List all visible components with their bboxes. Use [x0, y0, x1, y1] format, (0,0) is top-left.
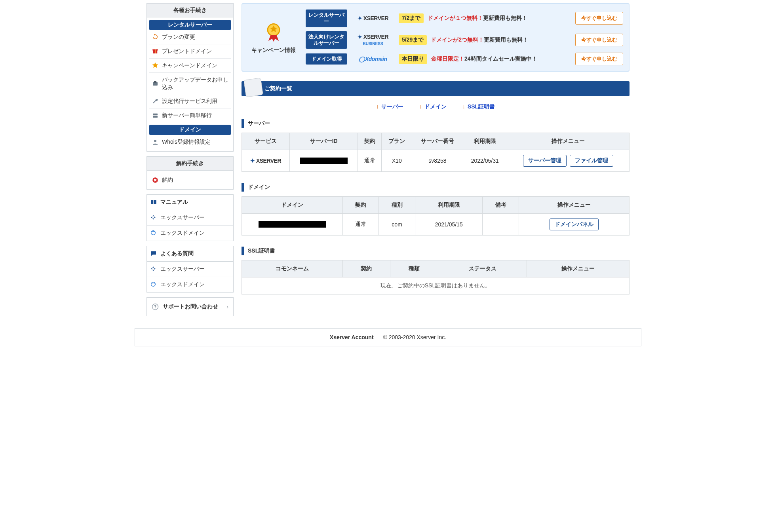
campaign-row: ドメイン取得 ◯Xdomain 本日限り 金曜日限定！24時間タイムセール実施中…: [306, 53, 623, 65]
svg-text:?: ?: [154, 304, 156, 309]
apply-button[interactable]: 今すぐ申し込む: [575, 34, 623, 46]
rental-server-menu: プランの変更 プレゼントドメイン キャンペーンドメイン: [149, 30, 231, 122]
person-icon: [152, 139, 159, 146]
table-row: 通常 com 2021/05/15 ドメインパネル: [242, 214, 630, 236]
anchor-domain[interactable]: ドメイン: [424, 103, 447, 110]
menu-whois[interactable]: Whois登録情報設定: [149, 135, 231, 149]
redacted-text: [259, 221, 326, 228]
redacted-text: [300, 158, 348, 164]
ssl-table: コモンネーム 契約 種類 ステータス 操作メニュー 現在、ご契約中のSSL証明書…: [242, 260, 630, 294]
arrow-down-icon: ↓: [462, 103, 465, 110]
cancel-icon: [152, 177, 159, 184]
arrow-down-icon: ↓: [419, 103, 422, 110]
anchor-ssl[interactable]: SSL証明書: [468, 103, 495, 110]
section-tick-icon: [242, 247, 244, 255]
menu-backup[interactable]: バックアップデータお申し込み: [149, 73, 231, 95]
camp-brand: ✦ XSERVER BUSINESS: [351, 34, 395, 46]
cell-contract: 通常: [358, 150, 382, 172]
cell-expire: 2022/05/31: [463, 150, 507, 172]
xserver-logo-icon: [150, 214, 157, 221]
wrench-icon: [152, 98, 159, 105]
section-tick-icon: [242, 119, 244, 128]
domain-section-title: ドメイン: [242, 183, 630, 192]
refresh-icon: [152, 33, 159, 40]
camp-category: 法人向けレンタルサーバー: [306, 31, 347, 49]
book-icon: [150, 199, 157, 206]
menu-present-domain[interactable]: プレゼントドメイン: [149, 44, 231, 59]
anchor-server[interactable]: サーバー: [381, 103, 403, 110]
menu-setup-service[interactable]: 設定代行サービス利用: [149, 94, 231, 108]
cell-actions: ドメインパネル: [519, 214, 630, 236]
ssl-empty-message: 現在、ご契約中のSSL証明書はありません。: [242, 277, 630, 294]
server-admin-button[interactable]: サーバー管理: [523, 155, 567, 167]
ssl-section-title: SSL証明書: [242, 247, 630, 255]
empty-row: 現在、ご契約中のSSL証明書はありません。: [242, 277, 630, 294]
svg-rect-5: [153, 114, 158, 116]
campaign-box: キャンペーン情報 レンタルサーバー ✦ XSERVER 7/2まで ドメインが１…: [242, 3, 630, 72]
camp-deadline: 本日限り: [399, 54, 427, 64]
file-admin-button[interactable]: ファイル管理: [570, 155, 613, 167]
svg-point-7: [154, 140, 156, 142]
apply-button[interactable]: 今すぐ申し込む: [575, 53, 623, 65]
menu-campaign-domain[interactable]: キャンペーンドメイン: [149, 59, 231, 73]
svg-rect-2: [155, 49, 156, 54]
section-tick-icon: [242, 183, 244, 192]
campaign-label: キャンペーン情報: [248, 47, 299, 54]
table-row: ✦ XSERVER 通常 X10 sv8258 2022/05/31 サーバー管…: [242, 150, 630, 172]
server-section-title: サーバー: [242, 119, 630, 128]
chevron-right-icon: ›: [226, 304, 228, 310]
contracts-heading: ご契約一覧: [242, 81, 630, 96]
domain-menu: Whois登録情報設定: [149, 135, 231, 149]
domain-panel-button[interactable]: ドメインパネル: [550, 218, 599, 230]
cell-contract: 通常: [342, 214, 379, 236]
cell-service: ✦ XSERVER: [242, 150, 290, 172]
xdomain-logo-icon: [150, 281, 157, 288]
camp-category: ドメイン取得: [306, 53, 347, 65]
cancel-title: 解約手続き: [147, 157, 233, 171]
xserver-logo-icon: [150, 266, 157, 273]
backup-icon: [152, 80, 159, 87]
cell-actions: サーバー管理 ファイル管理: [507, 150, 629, 172]
domain-heading: ドメイン: [149, 125, 231, 135]
svg-rect-6: [153, 116, 158, 118]
camp-message: 金曜日限定！24時間タイムセール実施中！: [431, 55, 571, 63]
server-table: サービス サーバーID 契約 プラン サーバー番号 利用期限 操作メニュー ✦ …: [242, 133, 630, 172]
procedures-title: 各種お手続き: [147, 4, 233, 17]
cell-note: [483, 214, 519, 236]
procedures-panel: 各種お手続き レンタルサーバー プランの変更 プレゼントドメイン: [146, 3, 234, 152]
manual-xserver[interactable]: エックスサーバー: [147, 210, 233, 225]
main: キャンペーン情報 レンタルサーバー ✦ XSERVER 7/2まで ドメインが１…: [242, 3, 630, 316]
menu-cancel[interactable]: 解約: [149, 173, 231, 187]
faq-list: エックスサーバー エックスドメイン: [146, 262, 234, 293]
server-icon: [152, 112, 159, 119]
menu-plan-change[interactable]: プランの変更: [149, 30, 231, 44]
footer-account: Xserver Account: [330, 334, 374, 340]
footer: Xserver Account © 2003-2020 Xserver Inc.: [135, 328, 641, 346]
camp-deadline: 5/29まで: [399, 35, 427, 45]
menu-server-migration[interactable]: 新サーバー簡単移行: [149, 108, 231, 122]
camp-deadline: 7/2まで: [399, 13, 424, 23]
star-icon: [152, 62, 159, 69]
campaign-left: キャンペーン情報: [248, 21, 299, 54]
apply-button[interactable]: 今すぐ申し込む: [575, 12, 623, 25]
campaign-row: レンタルサーバー ✦ XSERVER 7/2まで ドメインが１つ無料！更新費用も…: [306, 10, 623, 27]
cell-server-id: [290, 150, 358, 172]
question-icon: ?: [152, 303, 159, 310]
manual-xdomain[interactable]: エックスドメイン: [147, 225, 233, 241]
contract-sheet-icon: [243, 78, 263, 97]
camp-message: ドメインが2つ無料！更新費用も無料！: [431, 36, 571, 44]
arrow-down-icon: ↓: [376, 103, 379, 110]
rental-server-heading: レンタルサーバー: [149, 20, 231, 30]
campaign-row: 法人向けレンタルサーバー ✦ XSERVER BUSINESS 5/29まで ド…: [306, 31, 623, 49]
camp-brand: ◯Xdomain: [351, 56, 395, 62]
faq-xserver[interactable]: エックスサーバー: [147, 262, 233, 277]
faq-heading: よくある質問: [146, 246, 234, 262]
sidebar: 各種お手続き レンタルサーバー プランの変更 プレゼントドメイン: [146, 3, 234, 316]
camp-message: ドメインが１つ無料！更新費用も無料！: [428, 15, 571, 22]
campaign-rows: レンタルサーバー ✦ XSERVER 7/2まで ドメインが１つ無料！更新費用も…: [306, 10, 623, 65]
svg-rect-4: [154, 81, 156, 83]
medal-icon: [248, 21, 299, 44]
faq-xdomain[interactable]: エックスドメイン: [147, 277, 233, 292]
support-link[interactable]: ? サポートお問い合わせ ›: [146, 297, 234, 316]
gift-icon: [152, 48, 159, 55]
